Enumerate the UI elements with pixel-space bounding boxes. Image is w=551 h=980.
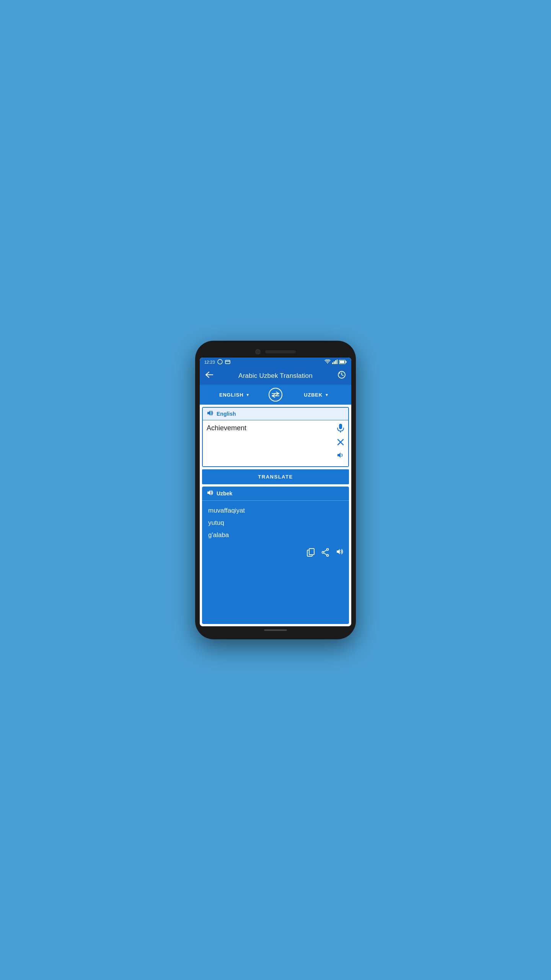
- svg-point-23: [327, 549, 329, 550]
- translate-button[interactable]: TRANSLATE: [202, 469, 349, 484]
- svg-line-26: [324, 550, 326, 552]
- back-button[interactable]: [205, 371, 214, 380]
- result-item-3: g'alaba: [208, 529, 343, 541]
- output-lang-header: Uzbek: [202, 487, 349, 501]
- output-sound-icon[interactable]: [207, 490, 214, 497]
- svg-marker-19: [337, 452, 341, 458]
- clear-button[interactable]: [337, 438, 344, 448]
- copy-button[interactable]: [307, 548, 315, 559]
- svg-marker-14: [207, 410, 210, 416]
- input-actions: [337, 423, 344, 461]
- card-icon: [225, 360, 230, 365]
- output-results: muvaffaqiyat yutuq g'alaba: [202, 501, 349, 545]
- status-right: [324, 359, 347, 365]
- input-text[interactable]: Achievement: [207, 424, 344, 462]
- result-item-1: muvaffaqiyat: [208, 505, 343, 517]
- input-tts-button[interactable]: [337, 452, 344, 461]
- svg-rect-9: [346, 361, 347, 363]
- phone-bottom: [200, 626, 351, 632]
- svg-rect-1: [225, 360, 230, 364]
- output-section: Uzbek muvaffaqiyat yutuq g'alaba: [202, 487, 349, 624]
- svg-rect-3: [332, 363, 333, 364]
- output-actions: [202, 545, 349, 562]
- circle-icon: [217, 359, 223, 365]
- input-section: English Achievement: [202, 407, 349, 467]
- lang-selector-row: ENGLISH ▼ UZBEK ▼: [200, 385, 351, 405]
- target-lang-chevron: ▼: [325, 393, 329, 397]
- swap-languages-button[interactable]: [269, 388, 282, 402]
- source-lang-chevron: ▼: [246, 393, 250, 397]
- wifi-icon: [324, 359, 331, 365]
- target-lang-label: UZBEK: [304, 392, 323, 398]
- status-left: 12:23: [204, 359, 230, 365]
- app-bar: Arabic Uzbek Translation: [200, 367, 351, 385]
- time-display: 12:23: [204, 360, 215, 364]
- phone-top-bar: [200, 348, 351, 358]
- input-lang-label: English: [217, 411, 236, 417]
- svg-point-25: [322, 552, 324, 554]
- camera: [255, 349, 261, 354]
- svg-rect-8: [340, 361, 344, 363]
- svg-point-24: [327, 555, 329, 557]
- app-title: Arabic Uzbek Translation: [217, 372, 334, 380]
- output-lang-label: Uzbek: [217, 490, 232, 497]
- svg-point-0: [218, 359, 222, 364]
- signal-icon: [332, 359, 337, 365]
- input-sound-icon[interactable]: [207, 410, 214, 418]
- share-button[interactable]: [321, 548, 329, 559]
- svg-marker-20: [207, 490, 210, 495]
- microphone-button[interactable]: [337, 423, 344, 434]
- home-indicator: [264, 629, 287, 631]
- svg-line-27: [324, 553, 326, 555]
- input-area: Achievement: [203, 420, 348, 466]
- source-lang-button[interactable]: ENGLISH ▼: [204, 389, 266, 401]
- svg-rect-6: [337, 359, 337, 364]
- input-lang-header: English: [203, 408, 348, 420]
- result-item-2: yutuq: [208, 517, 343, 529]
- svg-rect-22: [309, 549, 314, 555]
- output-tts-button[interactable]: [336, 548, 344, 559]
- status-bar: 12:23: [200, 358, 351, 367]
- svg-rect-5: [335, 360, 336, 364]
- target-lang-button[interactable]: UZBEK ▼: [285, 389, 347, 401]
- history-button[interactable]: [337, 371, 346, 381]
- speaker: [265, 350, 296, 353]
- svg-rect-4: [334, 361, 335, 364]
- battery-icon: [339, 360, 347, 365]
- phone-screen: 12:23: [200, 358, 351, 626]
- svg-rect-15: [339, 424, 342, 429]
- phone-frame: 12:23: [195, 341, 356, 639]
- svg-marker-28: [337, 549, 340, 554]
- source-lang-label: ENGLISH: [219, 392, 243, 398]
